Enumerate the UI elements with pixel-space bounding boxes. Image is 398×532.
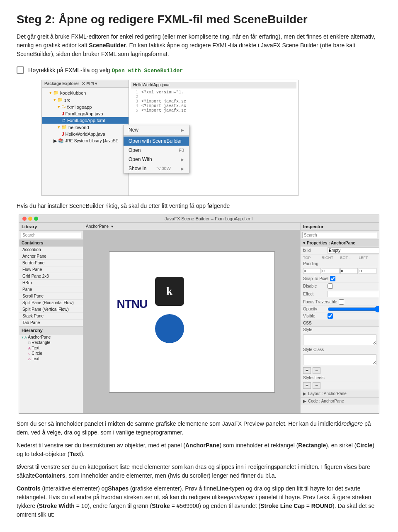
padding-label-row: Padding [301, 261, 379, 267]
submenu-arrow-icon-2: ▶ [181, 166, 184, 171]
step-row: Høyreklikk på FXML-fila og velg Open wit… [17, 66, 381, 75]
inspector-title: Inspector [301, 223, 379, 231]
lib-item-stack-pane[interactable]: Stack Pane [19, 313, 83, 320]
blue-circle[interactable] [155, 314, 184, 343]
plus-minus-row: + − [301, 366, 379, 375]
submenu-arrow-icon: ▶ [181, 157, 184, 162]
ctx-menu-item-open-with[interactable]: Open With ▶ [124, 155, 189, 164]
pkg-item-helloworldapp-java: J HelloWorldApp.java [42, 131, 129, 137]
visible-checkbox[interactable] [328, 313, 333, 319]
hier-item-circle[interactable]: ○ Circle [19, 351, 83, 356]
properties-section-header[interactable]: ▾ Properties : AnchorPane [301, 240, 379, 246]
lib-item-grid-pane[interactable]: Grid Pane 2x3 [19, 273, 83, 280]
pkg-item-helloworld: ▾ 📁 helloworld [42, 124, 129, 131]
step-checkbox[interactable] [17, 66, 24, 74]
add-style-button[interactable]: + [303, 367, 311, 374]
code-section[interactable]: ▶ Code : AnchorPane [301, 397, 379, 405]
padding-left-input[interactable] [359, 268, 376, 274]
maximize-button[interactable] [34, 217, 38, 221]
sb-body: Library Containers Accordion Anchor Pane… [19, 223, 379, 413]
close-button[interactable] [22, 217, 27, 221]
rect-icon: □ [28, 341, 30, 345]
inspector-search-input[interactable] [302, 232, 377, 238]
code-line-5: 5<?import javafx.sc [132, 108, 295, 113]
stylesheets-label: Stylesheets [303, 376, 325, 380]
lib-item-anchor-pane[interactable]: Anchor Pane [19, 253, 83, 260]
lib-icon: ▶ 📚 [53, 138, 64, 144]
style-class-row: Style Class [301, 347, 379, 353]
padding-top-input[interactable] [303, 268, 321, 274]
pkg-item-kodeklubben: ▾ 📁 kodeklubben [42, 89, 129, 96]
pkg-title-bar: Package Explorer ✕ ⊟ ⊡ ▾ [42, 80, 129, 88]
sb-inspector-panel: Inspector ▾ Properties : AnchorPane fx i… [300, 223, 379, 413]
snap-checkbox[interactable] [330, 276, 335, 281]
pkg-item-fxmllogoapp-fxml[interactable]: 🗋 FxmlLogoApp.fxml [42, 117, 129, 124]
fx-id-input[interactable] [328, 247, 379, 254]
effect-label: Effect [303, 292, 326, 296]
hier-item-anchorpane[interactable]: ▾ A AnchorPane [19, 334, 83, 340]
focus-checkbox[interactable] [339, 299, 344, 305]
lib-item-split-v[interactable]: Split Pane (Vertical Flow) [19, 306, 83, 313]
disable-label: Disable [303, 284, 326, 288]
sb-canvas[interactable]: NTNU k [109, 251, 275, 393]
library-search-input[interactable] [21, 232, 81, 238]
toolbar-dropdown-label: AnchorPane [86, 224, 109, 229]
ctx-menu-item-open[interactable]: Open F3 [124, 146, 189, 155]
layout-expand-icon: ▶ [303, 391, 306, 396]
sb-title: JavaFX Scene Builder – FxmlLogoApp.fxml [165, 216, 252, 221]
sb-canvas-panel: AnchorPane ▾ NTNU k [83, 223, 300, 413]
lib-item-hbox[interactable]: HBox [19, 280, 83, 286]
hierarchy-title: Hierarchy [19, 327, 83, 334]
after-sb-paragraph-2: Nederst til venstre ser du trestrukturen… [17, 441, 381, 459]
remove-stylesheet-button[interactable]: − [313, 382, 320, 389]
effect-input[interactable] [328, 291, 379, 297]
minimize-button[interactable] [28, 217, 32, 221]
hier-item-text2[interactable]: A Text [19, 356, 83, 361]
disable-checkbox[interactable] [328, 283, 333, 289]
pkg-item-fxmllogoapp: ▾ 🗂 fxmllogoapp [42, 103, 129, 110]
remove-style-button[interactable]: − [313, 367, 320, 374]
hier-item-text1[interactable]: A Text [19, 345, 83, 351]
scenebuilder-screenshot: JavaFX Scene Builder – FxmlLogoApp.fxml … [19, 215, 379, 414]
code-line-2: 2 [132, 95, 295, 99]
k-rectangle[interactable]: k [155, 277, 184, 306]
ctx-menu-divider [124, 135, 189, 136]
lib-item-pane[interactable]: Pane [19, 286, 83, 293]
padding-bottom-input[interactable] [340, 268, 358, 274]
code-line-4: 4<?import javafx.sc [132, 104, 295, 108]
focus-traversable-row: Focus Traversable [301, 298, 379, 306]
padding-labels: TOP RIGHT BOT... LEFT [301, 255, 379, 261]
lib-item-tab-pane[interactable]: Tab Pane [19, 320, 83, 326]
anchor-icon: ▾ A [22, 335, 27, 339]
lib-item-border-pane[interactable]: BorderPane [19, 260, 83, 266]
visible-label: Visible [303, 314, 326, 318]
style-textarea[interactable] [303, 334, 376, 345]
layout-section[interactable]: ▶ Layout : AnchorPane [301, 390, 379, 397]
shortcut-show-in: ⌥⌘W [156, 166, 170, 171]
hier-item-rectangle[interactable]: □ Rectangle [19, 340, 83, 345]
ctx-menu-item-new[interactable]: New ▶ [124, 125, 189, 134]
lib-item-accordion[interactable]: Accordion [19, 246, 83, 253]
lib-item-split-h[interactable]: Split Pane (Horizontal Flow) [19, 300, 83, 306]
style-class-textarea[interactable] [303, 354, 376, 365]
add-stylesheet-button[interactable]: + [303, 382, 311, 389]
ctx-menu-item-show-in[interactable]: Show In ⌥⌘W ▶ [124, 164, 189, 173]
disable-row: Disable [301, 283, 379, 290]
pkg-item-src: ▾ 📁 src [42, 96, 129, 103]
lib-item-flow-pane[interactable]: Flow Pane [19, 266, 83, 273]
fx-id-label: fx id [303, 248, 326, 253]
code-line-3: 3<?import javafx.sc [132, 99, 295, 104]
stylesheets-plus-minus: + − [301, 381, 379, 390]
padding-label: Padding [303, 261, 326, 266]
section-collapse-icon: ▾ [303, 241, 305, 245]
library-search-bar [19, 231, 83, 240]
opacity-slider[interactable] [328, 307, 379, 311]
toolbar-dropdown-icon[interactable]: ▾ [111, 224, 113, 229]
lib-item-scroll-pane[interactable]: Scroll Pane [19, 293, 83, 300]
ctx-menu-item-open-scenebuilder[interactable]: Open with SceneBuilder [124, 137, 189, 146]
containers-header: Containers [19, 240, 83, 246]
padding-right-input[interactable] [322, 268, 340, 274]
context-menu: New ▶ Open with SceneBuilder Open F3 Ope… [123, 125, 189, 173]
intro-paragraph-1: Det går greit å bruke FXML-editoren for … [17, 32, 381, 59]
inspector-search-bar [301, 231, 379, 240]
